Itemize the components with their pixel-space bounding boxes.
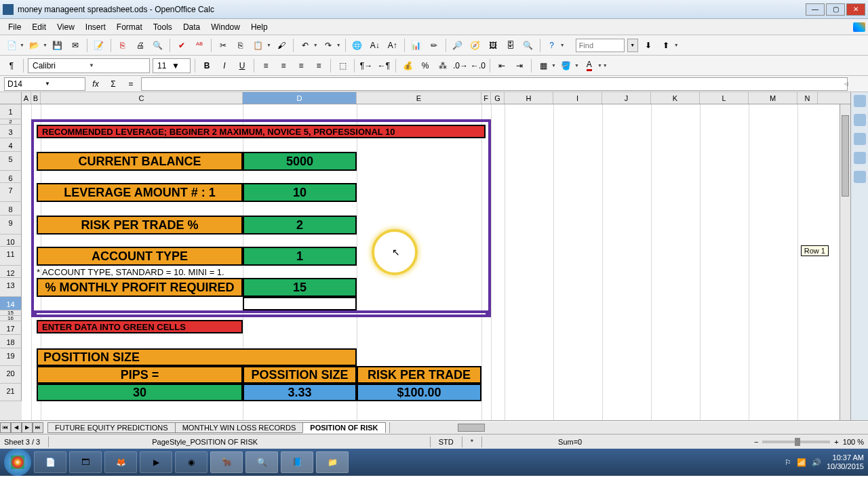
row-12[interactable]: 12 (0, 266, 22, 278)
menu-edit[interactable]: Edit (26, 21, 52, 33)
undo-dropdown-icon[interactable]: ▼ (313, 43, 318, 47)
taskbar-explorer-icon[interactable]: 🗔 (69, 451, 102, 473)
col-D[interactable]: D (243, 92, 357, 104)
row-7[interactable]: 7 (0, 183, 22, 202)
toolbar-overflow-icon[interactable]: ▼ (560, 43, 565, 47)
sidebar-properties-icon[interactable] (854, 95, 866, 107)
taskbar-chrome-icon[interactable]: ◉ (175, 451, 208, 473)
formula-input[interactable] (141, 77, 848, 91)
find-prev-icon[interactable]: ⬆ (658, 38, 673, 53)
find-replace-icon[interactable]: 🔎 (450, 38, 465, 53)
row-17[interactable]: 17 (0, 321, 22, 335)
col-N[interactable]: N (797, 92, 818, 104)
bgcolor-icon[interactable]: 🪣 (559, 58, 574, 73)
grid[interactable]: 1 2 3 4 5 6 7 8 9 10 11 12 13 14 15 16 1… (0, 104, 850, 420)
new-doc-icon[interactable]: 📄 (4, 38, 19, 53)
print-icon[interactable]: 🖨 (133, 38, 148, 53)
redo-dropdown-icon[interactable]: ▼ (336, 43, 341, 47)
borders-icon[interactable]: ▦ (536, 58, 551, 73)
sheet-tab-2[interactable]: MONTHLY WIN LOSS RECORDS (175, 422, 304, 433)
sort-desc-icon[interactable]: A↑ (385, 38, 400, 53)
vertical-scrollbar[interactable] (840, 104, 850, 420)
col-I[interactable]: I (553, 92, 602, 104)
row-6[interactable]: 6 (0, 171, 22, 183)
autospell-icon[interactable]: ᴬᴮ (192, 38, 207, 53)
row-3[interactable]: 3 (0, 125, 22, 138)
tab-next-icon[interactable]: ▶ (22, 422, 33, 433)
col-K[interactable]: K (651, 92, 700, 104)
taskbar-firefox-icon[interactable]: 🦊 (104, 451, 137, 473)
col-F[interactable]: F (481, 92, 491, 104)
row-11[interactable]: 11 (0, 247, 22, 266)
rtl-icon[interactable]: ←¶ (376, 58, 391, 73)
taskbar-folder-icon[interactable]: 📁 (316, 451, 349, 473)
edit-file-icon[interactable]: 📝 (92, 38, 106, 53)
menu-view[interactable]: View (52, 21, 80, 33)
sheet-tab-3[interactable]: POSITION OF RISK (302, 422, 385, 433)
align-left-icon[interactable]: ≡ (258, 58, 273, 73)
col-G[interactable]: G (491, 92, 505, 104)
find-dropdown-icon[interactable]: ▼ (627, 39, 638, 52)
minimize-button[interactable]: — (806, 3, 825, 16)
undo-icon[interactable]: ↶ (298, 38, 313, 53)
align-center-icon[interactable]: ≡ (276, 58, 291, 73)
fmt-overflow-icon[interactable]: ▼ (603, 63, 608, 68)
row-1[interactable]: 1 (0, 104, 22, 119)
col-M[interactable]: M (749, 92, 797, 104)
col-B[interactable]: B (31, 92, 41, 104)
value-profit[interactable]: 15 (243, 278, 357, 297)
value-pips[interactable]: 30 (37, 384, 243, 401)
menu-help[interactable]: Help (245, 21, 273, 33)
email-icon[interactable]: ✉ (68, 38, 83, 53)
save-icon[interactable]: 💾 (50, 38, 65, 53)
export-pdf-icon[interactable]: ⎘ (115, 38, 130, 53)
col-H[interactable]: H (505, 92, 553, 104)
sum-icon[interactable]: Σ (106, 77, 121, 92)
styles-icon[interactable]: ¶ (4, 58, 19, 73)
currency-icon[interactable]: 💰 (400, 58, 415, 73)
value-risk[interactable]: 2 (243, 216, 357, 235)
preview-icon[interactable]: 🔍 (151, 38, 165, 53)
sidebar-styles-icon[interactable] (854, 114, 866, 126)
function-equals-icon[interactable]: = (123, 77, 138, 92)
copy-icon[interactable]: ⎘ (233, 38, 248, 53)
format-paintbrush-icon[interactable]: 🖌 (274, 38, 289, 53)
value-leverage[interactable]: 10 (243, 183, 357, 202)
align-justify-icon[interactable]: ≡ (311, 58, 326, 73)
find-input[interactable] (576, 39, 625, 52)
sidebar-gallery-icon[interactable] (854, 133, 866, 145)
close-button[interactable]: ✕ (846, 3, 865, 16)
open-dropdown-icon[interactable]: ▼ (43, 43, 47, 47)
row-9[interactable]: 9 (0, 216, 22, 235)
underline-button[interactable]: U (235, 58, 250, 73)
row-4[interactable]: 4 (0, 138, 22, 152)
align-right-icon[interactable]: ≡ (294, 58, 309, 73)
row-18[interactable]: 18 (0, 335, 22, 348)
selected-cell[interactable] (243, 297, 357, 310)
tab-last-icon[interactable]: ⏭ (33, 422, 43, 433)
select-all-cell[interactable] (0, 92, 22, 104)
menu-format[interactable]: Format (111, 21, 148, 33)
sidebar-functions-icon[interactable] (854, 171, 866, 183)
taskbar-app2-icon[interactable]: 🔍 (245, 451, 278, 473)
zoom-out-icon[interactable]: − (754, 438, 758, 446)
sidebar-toggle-icon[interactable]: ◁ (844, 81, 848, 87)
cell-reference-box[interactable]: D14▼ (4, 77, 85, 91)
merge-cells-icon[interactable]: ⬚ (335, 58, 350, 73)
tab-first-icon[interactable]: ⏮ (0, 422, 11, 433)
menu-tools[interactable]: Tools (148, 21, 178, 33)
find-next-icon[interactable]: ⬇ (641, 38, 656, 53)
taskbar-openoffice-icon[interactable]: 📘 (281, 451, 313, 473)
row-10[interactable]: 10 (0, 235, 22, 247)
bold-button[interactable]: B (199, 58, 214, 73)
remove-decimal-icon[interactable]: ←.0 (471, 58, 486, 73)
datasources-icon[interactable]: 🗄 (503, 38, 518, 53)
paste-dropdown-icon[interactable]: ▼ (267, 43, 271, 47)
chart-icon[interactable]: 📊 (409, 38, 424, 53)
borders-dropdown-icon[interactable]: ▼ (551, 63, 556, 68)
italic-button[interactable]: I (217, 58, 232, 73)
row-21[interactable]: 21 (0, 384, 22, 401)
menu-file[interactable]: File (3, 21, 26, 33)
taskbar-media-icon[interactable]: ▶ (140, 451, 172, 473)
zoom-in-icon[interactable]: + (834, 438, 838, 446)
